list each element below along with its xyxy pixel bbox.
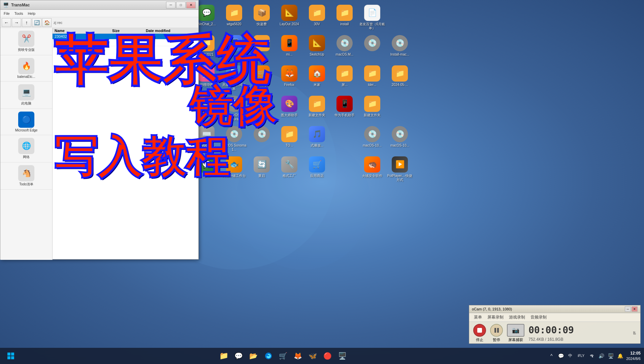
toolbar-home[interactable]: 🏠 (42, 18, 52, 27)
taskbar-wechat[interactable]: 💬 (232, 349, 246, 363)
xianyu-label: 闲鱼小铺工作台 (222, 174, 246, 178)
menu-tools[interactable]: Tools (12, 11, 25, 16)
main-icon-to-folder[interactable]: 📁 TO... (276, 124, 303, 154)
main-icon-firefox[interactable]: 🦊 Firefox (276, 63, 303, 93)
table-row[interactable]: 230402_P... (53, 34, 198, 39)
taskbar-terminal[interactable]: 🖥️ (336, 349, 349, 363)
sidebar-item-edge[interactable]: 🔵 Microsoft Edge (0, 109, 52, 135)
main-icon-sketchup[interactable]: 📐 SketchUp (303, 33, 330, 63)
budao-icon: 📁 (198, 35, 215, 51)
sidebar-item-balena[interactable]: 🔥 balenaEtc... (0, 55, 52, 82)
taskbar-xunfei[interactable]: 🦋 (306, 349, 320, 363)
taskbar-app[interactable]: 🔴 (321, 349, 334, 363)
toolbar-back[interactable]: ← (2, 18, 11, 27)
bilibili-icon: 📺 (198, 65, 215, 82)
main-icon-disc1[interactable]: 💿 (359, 33, 386, 63)
ocam-menu-screen[interactable]: 屏幕录制 (485, 314, 506, 321)
tray-display[interactable]: 🖥️ (607, 353, 614, 359)
main-icon-disc2[interactable]: 💿 (248, 124, 275, 154)
sidebar-item-todo[interactable]: 🐴 Todo清单 (0, 162, 52, 190)
main-icon-huawei-phone[interactable]: 📱 华为手机助手 (331, 94, 358, 123)
main-icon-format-factory[interactable]: 🔧 格式工厂 (276, 154, 303, 184)
tray-volume[interactable]: 🔊 (598, 353, 605, 359)
taskbar-firefox[interactable]: 🦊 (291, 349, 305, 363)
main-icon-new-folder2[interactable]: 📁 新建文件夹 (359, 94, 386, 123)
main-icon-xianyu[interactable]: 🐟 闲鱼小铺工作台 (221, 154, 248, 184)
main-icon-reboot[interactable]: 🔄 重启 (248, 154, 275, 184)
main-icon-macos-sonoma[interactable]: 💿 macOS Sonoma 1... (221, 124, 248, 154)
file-list-body[interactable]: 230402_P... 控制面板 (53, 34, 198, 211)
main-icon-30v[interactable]: 📁 30V (303, 3, 330, 32)
main-icon-potplayer-shortcut[interactable]: ▶️ PotPlayer...-快捷方式 (386, 154, 413, 184)
minimize-button[interactable]: ─ (166, 2, 175, 8)
sidebar-item-mypc[interactable]: 💻 此电脑 (0, 82, 52, 109)
toolbar-up[interactable]: ↑ (22, 18, 31, 27)
main-icon-screen-folder[interactable]: 📁 屏... (331, 63, 358, 93)
ocam-menu-game[interactable]: 游戏录制 (507, 314, 527, 321)
ocam-capture-button[interactable]: 📷 (507, 324, 524, 337)
taskbar-edge[interactable] (262, 349, 275, 363)
main-icon-folder2[interactable]: 📁 (248, 33, 275, 63)
main-icon-express[interactable]: 📦 快递费 (248, 3, 275, 32)
taskbar-center: 📁 💬 📂 🛒 🦊 🦋 🔴 🖥️ (18, 349, 548, 363)
main-icon-layout[interactable]: 📐 LayOut 2024 (276, 3, 303, 32)
taskbar-file-manager[interactable]: 📂 (247, 349, 260, 363)
maximize-button[interactable]: □ (176, 2, 186, 8)
tray-chevron[interactable]: ^ (548, 353, 555, 359)
main-icon-install[interactable]: 📁 install (331, 3, 358, 32)
main-icon-laoyou[interactable]: 🛒 老友百货 (248, 63, 275, 93)
main-icon-huorong2[interactable]: 🦔 火绒安全软件 (359, 154, 386, 184)
main-icon-macos-m[interactable]: 💿 macOS.M... (331, 33, 358, 63)
macos-m-label: macOS.M... (336, 53, 354, 57)
table-row[interactable]: 控制面板 (53, 39, 198, 46)
main-icon-builder[interactable]: 📁 lder... (359, 63, 386, 93)
svg-rect-3 (11, 356, 14, 359)
main-icon-install-mac1[interactable]: 💿 Install-mac... (386, 33, 413, 63)
toolbar-forward[interactable]: → (12, 18, 21, 27)
ocam-stop-button[interactable] (473, 324, 486, 337)
main-icon-new-folder1[interactable]: 📁 新建文件夹 (303, 94, 330, 123)
ocam-close[interactable]: ✕ (632, 306, 638, 312)
ocam-menu-main[interactable]: 菜单 (472, 314, 484, 321)
main-icon-mi[interactable]: 📱 mi... (276, 33, 303, 63)
taskbar-clock[interactable]: 12:05 2024/8/6 (626, 351, 641, 361)
main-icon-usm[interactable]: 📁 usm (248, 94, 275, 123)
2024-folder-label: 2024-05-... (392, 83, 408, 87)
menu-help[interactable]: Help (26, 11, 37, 16)
main-icon-2024-folder[interactable]: 📁 2024-05-... (386, 63, 413, 93)
tray-notification[interactable]: 🔔 (617, 353, 623, 359)
sidebar-item-network[interactable]: 🌐 网络 (0, 135, 52, 162)
main-icon-macos-10b[interactable]: 💿 macOS-10... (386, 124, 413, 154)
main-icon-wtga[interactable]: 📁 wtga5620 (221, 3, 248, 32)
taskbar-file-explorer[interactable]: 📁 (217, 349, 231, 363)
main-icon-house-contract[interactable]: 📄 房屋租赁合同版本 (221, 63, 248, 93)
ocam-pause-button[interactable] (490, 324, 503, 337)
sidebar-item-jianyingpro[interactable]: ✂️ 剪映专业版 (0, 28, 52, 55)
file-size-2 (112, 40, 146, 45)
close-button[interactable]: ✕ (186, 2, 196, 8)
main-icon-imgmaster[interactable]: 🎨 图大师助手 (276, 94, 303, 123)
main-icon-mijia[interactable]: 🏠 米家 (303, 63, 330, 93)
main-icon-app-store[interactable]: 🛒 应用商店 (303, 154, 330, 184)
taskbar-ms-store[interactable]: 🛒 (277, 349, 290, 363)
main-icon-macos-10a[interactable]: 💿 macOS-10... (359, 124, 386, 154)
builder-label: lder... (368, 83, 376, 87)
install-icon: 📁 (336, 5, 353, 21)
start-button[interactable] (3, 349, 18, 363)
main-icon-macos-ventura[interactable]: 💿 macOS Ventura... (221, 94, 248, 123)
wtga-label: wtga5620 (227, 22, 241, 26)
main-icon-player-mode[interactable]: 🎵 式播放... (303, 124, 330, 154)
file-date-2 (146, 40, 196, 45)
ocam-minimize[interactable]: ─ (625, 306, 631, 312)
main-icon-laoyou-bill[interactable]: 📄 老友百货（6月账单） (359, 3, 386, 32)
network-label: 网络 (23, 155, 30, 159)
ocam-menu-audio[interactable]: 音频录制 (528, 314, 549, 321)
menu-file[interactable]: File (2, 11, 12, 16)
huawei-phone-icon: 📱 (336, 96, 353, 112)
tray-ifly[interactable]: iFLY (576, 353, 586, 359)
main-icon-eitu2[interactable]: 🖥️ (221, 33, 248, 63)
toolbar-refresh[interactable]: 🔄 (32, 18, 41, 27)
tray-ime[interactable]: 中 (567, 353, 574, 359)
tray-wifi[interactable] (588, 353, 595, 359)
tray-wechat[interactable]: 💬 (557, 353, 564, 359)
